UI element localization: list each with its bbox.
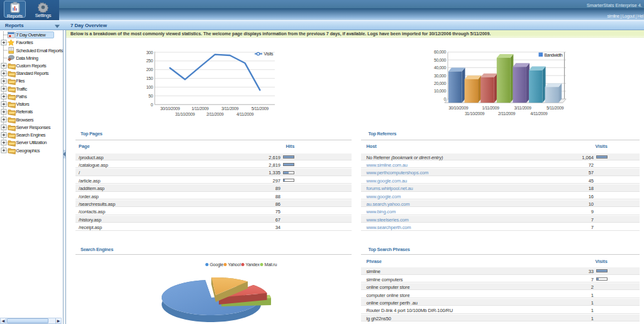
svg-text:Mail.ru: Mail.ru bbox=[265, 262, 277, 267]
svg-text:Google: Google bbox=[210, 262, 224, 267]
svg-text:Yandex: Yandex bbox=[246, 262, 260, 267]
svg-text:Yahoo!: Yahoo! bbox=[228, 262, 242, 267]
